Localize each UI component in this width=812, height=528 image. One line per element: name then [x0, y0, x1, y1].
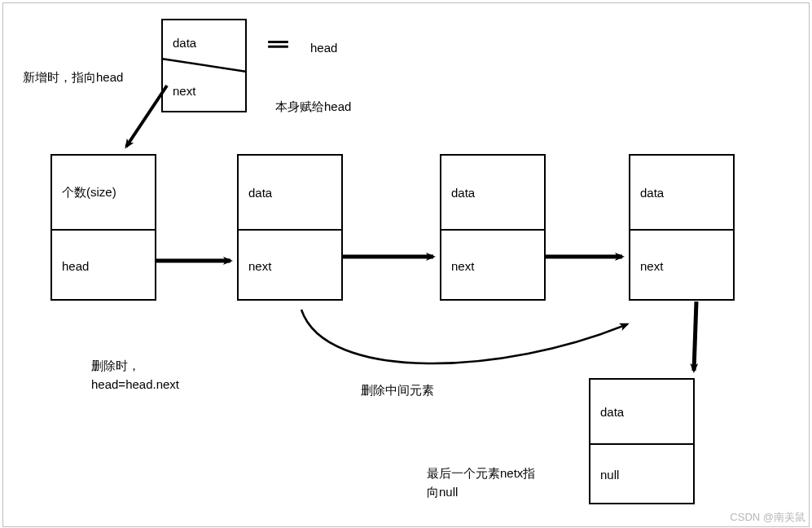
- node-3-data-cell: data: [630, 156, 733, 229]
- node-2-next-label: next: [451, 259, 474, 273]
- watermark: CSDN @南美鼠: [730, 510, 805, 525]
- last-null-label: 最后一个元素netx指 向null: [427, 464, 535, 501]
- node-2-data-cell: data: [441, 156, 544, 229]
- node-1-data-cell: data: [239, 156, 341, 229]
- new-node-next-cell: next: [163, 67, 245, 114]
- list-head-size-label: 个数(size): [62, 185, 116, 200]
- new-node: data next: [161, 19, 247, 112]
- node-1-next-label: next: [248, 259, 271, 273]
- node-1: data next: [237, 154, 343, 301]
- assign-label: 本身赋给head: [275, 98, 351, 117]
- head-label: head: [310, 39, 337, 58]
- delete-mid-label: 删除中间元素: [361, 381, 434, 400]
- list-head-node: 个数(size) head: [50, 154, 156, 301]
- node-3-data-label: data: [640, 186, 664, 200]
- list-head-head-label: head: [62, 259, 89, 273]
- equals-sign: ＝: [260, 24, 296, 61]
- new-insert-label: 新增时，指向head: [23, 68, 123, 87]
- tail-node-null-label: null: [600, 468, 619, 482]
- list-head-size-cell: 个数(size): [52, 156, 155, 229]
- delete-head-label: 删除时， head=head.next: [91, 357, 179, 394]
- node-3-next-label: next: [640, 259, 663, 273]
- new-node-data-label: data: [173, 36, 196, 50]
- node-1-data-label: data: [248, 186, 272, 200]
- node-2: data next: [440, 154, 546, 301]
- tail-node-null-cell: null: [590, 443, 693, 506]
- node-2-next-cell: next: [441, 229, 544, 302]
- list-head-head-cell: head: [52, 229, 155, 302]
- node-2-data-label: data: [451, 186, 475, 200]
- tail-node-data-cell: data: [590, 380, 693, 443]
- node-1-next-cell: next: [239, 229, 341, 302]
- node-3-next-cell: next: [630, 229, 733, 302]
- node-3: data next: [629, 154, 735, 301]
- new-node-next-label: next: [173, 84, 195, 98]
- new-node-data-cell: data: [163, 20, 245, 65]
- tail-node: data null: [589, 378, 695, 504]
- tail-node-data-label: data: [600, 405, 624, 419]
